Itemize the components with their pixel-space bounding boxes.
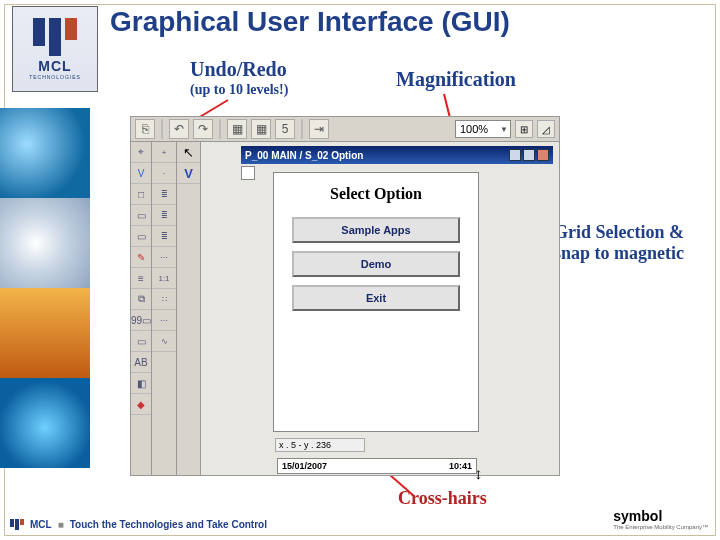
footer-left: MCL ■ Touch the Technologies and Take Co… bbox=[10, 519, 267, 530]
mdi-window-title[interactable]: P_00 MAIN / S_02 Option bbox=[241, 146, 553, 164]
device-button-sample[interactable]: Sample Apps bbox=[292, 217, 460, 243]
mtool-9[interactable]: ⋯ bbox=[152, 310, 176, 331]
tool-palette-left: ⌖ V □ ▭ ▭ ✎ ≡ ⧉ 99▭ ▭ AB ◧ ◆ bbox=[130, 142, 152, 476]
mtool-4[interactable]: ≣ bbox=[152, 205, 176, 226]
tool-palette-mid: + · ≣ ≣ ≣ ⋯ 1:1 ∷ ⋯ ∿ bbox=[152, 142, 177, 476]
toolbar-exit-button[interactable]: ⇥ bbox=[309, 119, 329, 139]
mtool-3[interactable]: ≣ bbox=[152, 184, 176, 205]
mcl-logo: MCL TECHNOLOGIES bbox=[12, 6, 98, 92]
symbol-logo-text: symbol bbox=[613, 508, 662, 524]
tool-99-icon[interactable]: 99▭ bbox=[131, 310, 151, 331]
cursor-v-icon[interactable]: V bbox=[177, 163, 200, 184]
annotation-magnification: Magnification bbox=[396, 68, 516, 91]
device-screen[interactable]: Select Option Sample Apps Demo Exit bbox=[273, 172, 479, 432]
mcl-logo-sub: TECHNOLOGIES bbox=[29, 74, 81, 80]
tool-diamond-icon[interactable]: ◆ bbox=[131, 394, 151, 415]
tool-ab-icon[interactable]: AB bbox=[131, 352, 151, 373]
mtool-8[interactable]: ∷ bbox=[152, 289, 176, 310]
maximize-icon[interactable] bbox=[523, 149, 535, 161]
zoom-dropdown[interactable]: 100% ▼ bbox=[455, 120, 511, 138]
toolbar-copy-button[interactable]: ⎘ bbox=[135, 119, 155, 139]
mtool-5[interactable]: ≣ bbox=[152, 226, 176, 247]
tool-stack-icon[interactable]: ⧉ bbox=[131, 289, 151, 310]
status-time: 10:41 bbox=[449, 461, 472, 471]
tool-target-icon[interactable]: ⌖ bbox=[131, 142, 151, 163]
app-screenshot: ⎘ ↶ ↷ ▦ ▦ 5 ⇥ 100% ▼ ⊞ ◿ ⌖ V □ ▭ ▭ ✎ ≡ ⧉… bbox=[130, 116, 560, 476]
toolbar-grid-toggle-off[interactable]: ⊞ bbox=[515, 120, 533, 138]
mcl-logo-word: MCL bbox=[38, 58, 71, 74]
decorative-sidebar bbox=[0, 108, 90, 468]
annotation-undo: Undo/Redo bbox=[190, 58, 287, 81]
annotation-grid: Grid Selection & snap to magnetic bbox=[554, 222, 720, 264]
design-canvas[interactable]: P_00 MAIN / S_02 Option Select Option Sa… bbox=[201, 142, 560, 476]
cursor-arrow-icon[interactable]: ↖ bbox=[177, 142, 200, 163]
device-button-demo[interactable]: Demo bbox=[292, 251, 460, 277]
toolbar-grid-b-button[interactable]: ▦ bbox=[251, 119, 271, 139]
status-date: 15/01/2007 bbox=[282, 461, 327, 471]
mdi-title-text: P_00 MAIN / S_02 Option bbox=[245, 150, 363, 161]
mcl-logo-bars bbox=[33, 18, 77, 56]
device-button-exit[interactable]: Exit bbox=[292, 285, 460, 311]
annotation-undo-sub: (up to 10 levels!) bbox=[190, 82, 288, 98]
slide-title: Graphical User Interface (GUI) bbox=[110, 6, 510, 38]
tool-rect-icon[interactable]: □ bbox=[131, 184, 151, 205]
tool-palette-cursor: ↖ V bbox=[177, 142, 201, 476]
mtool-7[interactable]: 1:1 bbox=[152, 268, 176, 289]
tool-half-icon[interactable]: ◧ bbox=[131, 373, 151, 394]
footer-brand: MCL bbox=[30, 519, 52, 530]
tool-pen-icon[interactable]: ✎ bbox=[131, 247, 151, 268]
tool-box3-icon[interactable]: ▭ bbox=[131, 331, 151, 352]
tool-box2-icon[interactable]: ▭ bbox=[131, 226, 151, 247]
xy-coordinates: x . 5 - y . 236 bbox=[275, 438, 365, 452]
mcl-mini-logo bbox=[10, 519, 24, 530]
status-bar: 15/01/2007 10:41 bbox=[277, 458, 477, 474]
mtool-10[interactable]: ∿ bbox=[152, 331, 176, 352]
mdi-screen-icon[interactable] bbox=[241, 166, 255, 180]
tool-v-icon[interactable]: V bbox=[131, 163, 151, 184]
minimize-icon[interactable] bbox=[509, 149, 521, 161]
main-toolbar: ⎘ ↶ ↷ ▦ ▦ 5 ⇥ 100% ▼ ⊞ ◿ bbox=[130, 116, 560, 142]
screen-heading: Select Option bbox=[274, 185, 478, 203]
mtool-6[interactable]: ⋯ bbox=[152, 247, 176, 268]
toolbar-resize-corner[interactable]: ◿ bbox=[537, 120, 555, 138]
mtool-2[interactable]: · bbox=[152, 163, 176, 184]
toolbar-redo-button[interactable]: ↷ bbox=[193, 119, 213, 139]
toolbar-undo-button[interactable]: ↶ bbox=[169, 119, 189, 139]
symbol-logo-sub: The Enterprise Mobility Company™ bbox=[613, 524, 708, 530]
toolbar-5-button[interactable]: 5 bbox=[275, 119, 295, 139]
chevron-down-icon: ▼ bbox=[500, 125, 508, 134]
mtool-1[interactable]: + bbox=[152, 142, 176, 163]
zoom-value: 100% bbox=[460, 123, 488, 135]
footer-tagline: Touch the Technologies and Take Control bbox=[70, 519, 267, 530]
annotation-crosshairs: Cross-hairs bbox=[398, 488, 487, 509]
footer-right: symbol The Enterprise Mobility Company™ bbox=[613, 508, 708, 530]
tool-lines-icon[interactable]: ≡ bbox=[131, 268, 151, 289]
toolbar-grid-a-button[interactable]: ▦ bbox=[227, 119, 247, 139]
close-icon[interactable] bbox=[537, 149, 549, 161]
tool-box1-icon[interactable]: ▭ bbox=[131, 205, 151, 226]
window-buttons bbox=[509, 149, 549, 161]
